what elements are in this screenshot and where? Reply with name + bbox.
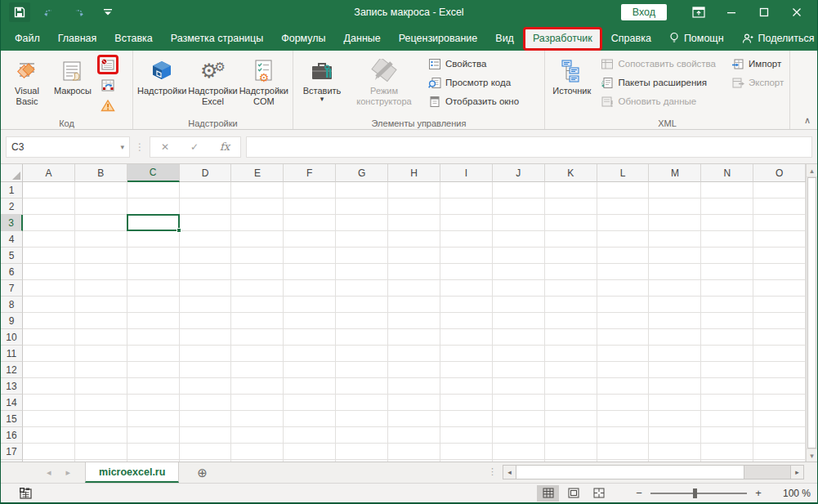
grid-cell[interactable] — [753, 411, 806, 427]
grid-cell[interactable] — [440, 248, 493, 264]
grid-cell[interactable] — [388, 313, 440, 329]
grid-cell[interactable] — [231, 411, 284, 427]
grid-cell[interactable] — [545, 329, 597, 346]
maximize-button[interactable] — [750, 2, 778, 23]
grid-cell[interactable] — [649, 395, 701, 411]
grid-cell[interactable] — [701, 346, 753, 362]
grid-cell[interactable] — [127, 182, 180, 198]
grid-cell[interactable] — [701, 411, 753, 427]
grid-cell[interactable] — [284, 248, 336, 264]
grid-cell[interactable] — [23, 313, 75, 329]
grid-cell[interactable] — [284, 198, 336, 215]
grid-cell[interactable] — [231, 313, 284, 329]
row-header[interactable]: 4 — [1, 231, 23, 248]
grid-cell[interactable] — [284, 411, 336, 427]
grid-cell[interactable] — [75, 444, 127, 460]
row-header[interactable]: 14 — [1, 395, 23, 411]
grid-cell[interactable] — [493, 280, 545, 297]
grid-cell[interactable] — [284, 264, 336, 280]
grid-cell[interactable] — [753, 231, 806, 248]
column-header[interactable]: C — [127, 164, 180, 182]
grid-cell[interactable] — [493, 297, 545, 313]
grid-cell[interactable] — [127, 215, 180, 231]
grid-cell[interactable] — [127, 297, 180, 313]
grid-cell[interactable] — [493, 444, 545, 460]
grid-cell[interactable] — [231, 362, 284, 378]
grid-cell[interactable] — [649, 198, 701, 215]
expansion-packs-button[interactable]: Пакеты расширения — [598, 74, 722, 91]
row-header[interactable]: 5 — [1, 248, 23, 264]
grid-cell[interactable] — [180, 362, 232, 378]
tab-data[interactable]: Данные — [335, 27, 390, 51]
page-break-view-button[interactable] — [588, 485, 610, 502]
zoom-slider[interactable] — [650, 493, 747, 494]
grid-cell[interactable] — [649, 378, 701, 395]
grid-cell[interactable] — [649, 297, 701, 313]
column-header[interactable]: D — [180, 164, 232, 182]
grid-cell[interactable] — [180, 198, 232, 215]
relative-references-button[interactable] — [97, 75, 118, 95]
grid-cell[interactable] — [649, 313, 701, 329]
grid-cell[interactable] — [753, 346, 806, 362]
grid-cell[interactable] — [336, 329, 388, 346]
grid-cell[interactable] — [23, 198, 75, 215]
grid-cell[interactable] — [701, 280, 753, 297]
grid-cell[interactable] — [231, 215, 284, 231]
grid-cell[interactable] — [127, 329, 180, 346]
grid-cell[interactable] — [284, 444, 336, 460]
page-layout-view-button[interactable] — [562, 485, 584, 502]
grid-cell[interactable] — [23, 444, 75, 460]
grid-cell[interactable] — [180, 378, 232, 395]
minimize-button[interactable] — [717, 2, 745, 23]
grid-cell[interactable] — [753, 182, 806, 198]
grid-cell[interactable] — [127, 362, 180, 378]
grid-cell[interactable] — [388, 280, 440, 297]
grid-cell[interactable] — [649, 329, 701, 346]
sign-in-button[interactable]: Вход — [621, 4, 667, 20]
grid-cell[interactable] — [649, 411, 701, 427]
grid-cell[interactable] — [127, 198, 180, 215]
grid-cell[interactable] — [23, 346, 75, 362]
grid-cell[interactable] — [75, 248, 127, 264]
grid-cell[interactable] — [701, 313, 753, 329]
grid-cell[interactable] — [231, 346, 284, 362]
grid-cell[interactable] — [597, 346, 650, 362]
grid-cell[interactable] — [701, 215, 753, 231]
grid-cell[interactable] — [336, 411, 388, 427]
row-header[interactable]: 16 — [1, 427, 23, 444]
grid-cell[interactable] — [440, 198, 493, 215]
grid-cell[interactable] — [701, 264, 753, 280]
grid-cell[interactable] — [180, 411, 232, 427]
grid-cell[interactable] — [127, 248, 180, 264]
grid-cell[interactable] — [493, 215, 545, 231]
grid-cell[interactable] — [284, 313, 336, 329]
scroll-right-icon[interactable]: ▸ — [790, 466, 803, 479]
grid-cell[interactable] — [493, 313, 545, 329]
grid-cell[interactable] — [75, 297, 127, 313]
grid-cell[interactable] — [127, 346, 180, 362]
grid-cell[interactable] — [127, 231, 180, 248]
grid-cell[interactable] — [388, 264, 440, 280]
grid-cell[interactable] — [753, 280, 806, 297]
grid-cell[interactable] — [701, 198, 753, 215]
grid-cell[interactable] — [753, 444, 806, 460]
grid-cell[interactable] — [545, 248, 597, 264]
tab-view[interactable]: Вид — [486, 27, 523, 51]
grid-cell[interactable] — [75, 362, 127, 378]
scroll-left-icon[interactable]: ◂ — [503, 466, 516, 479]
normal-view-button[interactable] — [537, 485, 559, 502]
grid-cell[interactable] — [127, 411, 180, 427]
column-header[interactable]: O — [753, 164, 806, 182]
grid-cell[interactable] — [388, 215, 440, 231]
tab-page-layout[interactable]: Разметка страницы — [162, 27, 272, 51]
grid-cell[interactable] — [701, 248, 753, 264]
grid-cell[interactable] — [388, 378, 440, 395]
grid-cell[interactable] — [75, 182, 127, 198]
grid-cell[interactable] — [440, 378, 493, 395]
grid-cell[interactable] — [597, 215, 650, 231]
grid-cell[interactable] — [336, 395, 388, 411]
grid-cell[interactable] — [23, 411, 75, 427]
grid-cell[interactable] — [75, 215, 127, 231]
grid-cell[interactable] — [649, 231, 701, 248]
scroll-up-icon[interactable]: ▴ — [807, 164, 817, 177]
